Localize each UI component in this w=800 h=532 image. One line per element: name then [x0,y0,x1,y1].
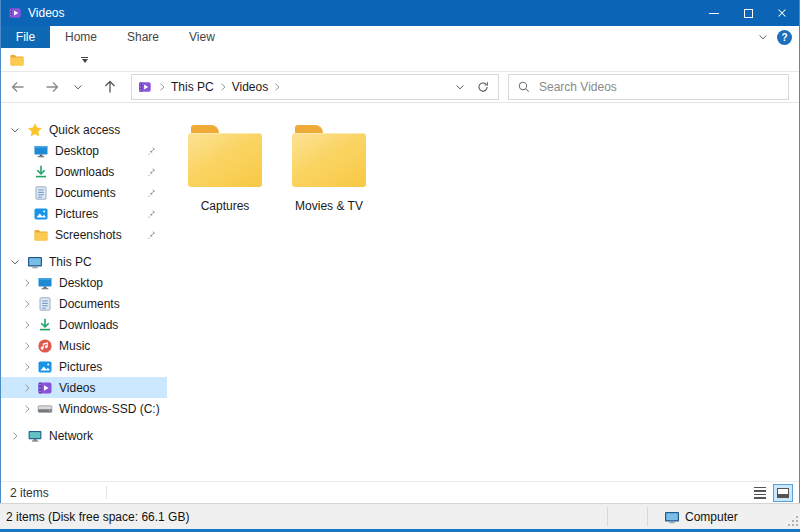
address-dropdown-chevron-icon[interactable] [454,81,466,93]
list-view-icon [754,487,766,499]
large-icons-view-button[interactable] [773,484,793,502]
bottom-status-bar: 2 items (Disk free space: 66.1 GB) Compu… [0,503,800,529]
documents-icon [37,296,53,312]
star-icon [27,122,43,138]
arrow-left-icon [10,79,26,95]
sidebar-item-screenshots[interactable]: Screenshots [1,224,167,245]
pictures-icon [33,206,49,222]
folder-tile-movies-tv[interactable]: Movies & TV [279,125,379,213]
search-input[interactable] [539,80,788,94]
folder-name: Movies & TV [295,199,363,213]
computer-icon [27,254,43,270]
chevron-right-icon[interactable] [19,317,35,333]
maximize-button[interactable] [731,0,765,26]
breadcrumb-videos[interactable]: Videos [229,80,271,94]
pin-icon[interactable] [145,166,157,178]
chevron-right-icon[interactable] [19,296,35,312]
chevron-down-icon[interactable] [7,122,23,138]
sidebar-item-pc-videos[interactable]: Videos [1,377,167,398]
chevron-right-icon[interactable] [19,359,35,375]
folder-icon [188,125,262,187]
tab-view[interactable]: View [174,26,230,48]
tab-file[interactable]: File [1,26,50,48]
pictures-icon [37,359,53,375]
breadcrumb-chevron-icon[interactable] [156,81,168,93]
forward-button[interactable] [39,79,65,95]
address-bar[interactable]: This PC Videos [131,74,499,100]
breadcrumb-chevron-icon[interactable] [217,81,229,93]
chevron-down-icon[interactable] [7,254,23,270]
help-button[interactable]: ? [777,30,792,45]
sidebar-section-quick-access[interactable]: Quick access [1,119,167,140]
up-button[interactable] [97,79,123,95]
item-label: Screenshots [55,228,122,242]
recent-locations-button[interactable] [65,81,91,93]
chevron-right-icon[interactable] [7,428,23,444]
main-area: Quick access Desktop Downloads Documents [1,103,799,481]
close-icon [775,6,789,20]
downloads-icon [37,317,53,333]
tab-share[interactable]: Share [112,26,174,48]
folder-name: Captures [201,199,250,213]
sidebar-section-network[interactable]: Network [1,425,167,446]
pin-icon[interactable] [145,187,157,199]
minimize-icon [709,13,719,14]
minimize-button[interactable] [697,0,731,26]
ribbon-expand-chevron-icon[interactable] [757,31,769,43]
file-list[interactable]: Captures Movies & TV [167,103,799,481]
section-label: Quick access [49,123,120,137]
tab-home[interactable]: Home [50,26,112,48]
ribbon-tab-bar: File Home Share View ? [1,26,799,48]
sidebar-item-documents[interactable]: Documents [1,182,167,203]
sidebar-item-pc-downloads[interactable]: Downloads [1,314,167,335]
close-button[interactable] [765,0,799,26]
sidebar-item-pc-desktop[interactable]: Desktop [1,272,167,293]
details-view-button[interactable] [750,484,770,502]
downloads-icon [33,164,49,180]
navigation-bar: This PC Videos [1,72,799,103]
status-divider [106,486,107,499]
item-label: Documents [59,297,120,311]
folder-icon [292,125,366,187]
pin-icon[interactable] [145,229,157,241]
breadcrumb-this-pc[interactable]: This PC [168,80,217,94]
title-bar[interactable]: Videos [1,0,799,26]
refresh-icon[interactable] [476,80,490,94]
item-label: Pictures [55,207,98,221]
sidebar-item-pictures[interactable]: Pictures [1,203,167,224]
chevron-right-icon[interactable] [19,275,35,291]
computer-zone: Computer [664,504,738,529]
customize-toolbar-dropdown[interactable] [81,57,88,63]
chevron-right-icon[interactable] [19,380,35,396]
sidebar-item-pc-pictures[interactable]: Pictures [1,356,167,377]
sidebar-item-pc-music[interactable]: Music [1,335,167,356]
item-label: Downloads [55,165,114,179]
desktop-icon [33,143,49,159]
sidebar-item-pc-documents[interactable]: Documents [1,293,167,314]
folder-icon [33,227,49,243]
arrow-up-icon [102,79,118,95]
pin-icon[interactable] [145,145,157,157]
computer-icon [664,509,680,525]
sidebar-item-downloads[interactable]: Downloads [1,161,167,182]
item-label: Windows-SSD (C:) [59,402,160,416]
chevron-right-icon[interactable] [19,338,35,354]
resize-grip[interactable] [786,515,799,528]
sidebar-item-desktop[interactable]: Desktop [1,140,167,161]
sidebar-item-pc-windows-ssd[interactable]: Windows-SSD (C:) [1,398,167,419]
chevron-right-icon[interactable] [19,401,35,417]
back-button[interactable] [5,79,31,95]
item-label: Pictures [59,360,102,374]
search-box[interactable] [508,74,789,100]
item-label: Downloads [59,318,118,332]
section-label: Network [49,429,93,443]
videos-app-icon [8,6,22,20]
bottom-bar-divider [607,507,608,526]
screen: Videos File Home Share View ? [0,0,800,532]
folder-tile-captures[interactable]: Captures [175,125,275,213]
pin-icon[interactable] [145,208,157,220]
bottom-bar-divider [647,507,648,526]
folder-icon[interactable] [9,52,25,68]
sidebar-section-this-pc[interactable]: This PC [1,251,167,272]
breadcrumb-chevron-icon[interactable] [271,81,283,93]
